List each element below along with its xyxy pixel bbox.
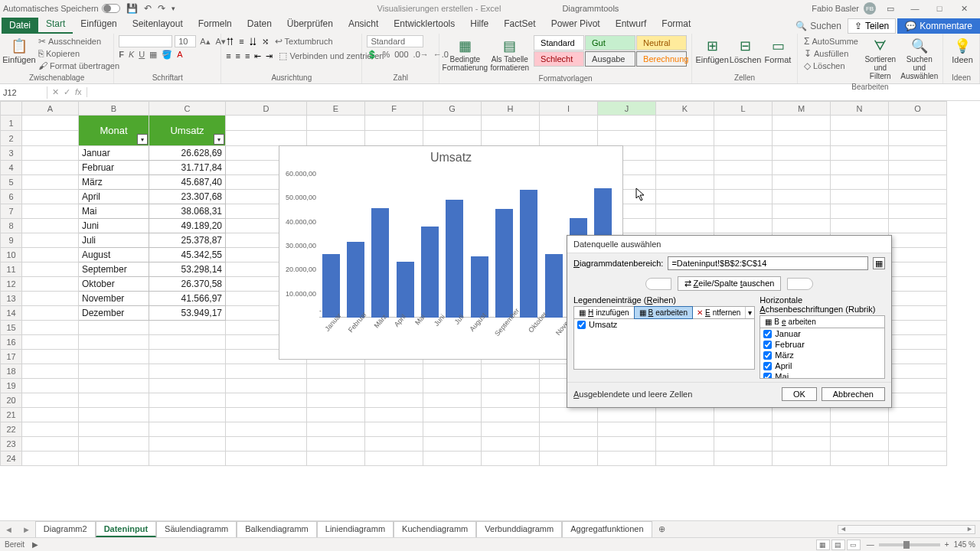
filter-dropdown-icon[interactable]: ▾	[214, 134, 224, 145]
cell[interactable]	[423, 408, 482, 422]
cell[interactable]	[365, 131, 423, 146]
cell[interactable]	[656, 146, 714, 161]
cell[interactable]	[714, 452, 773, 466]
conditional-formatting-button[interactable]: ▦Bedingte Formatierung	[444, 35, 486, 73]
cell[interactable]	[307, 379, 365, 393]
fill-color-icon[interactable]: 🪣	[162, 50, 172, 60]
percent-icon[interactable]: %	[382, 50, 390, 60]
filter-dropdown-icon[interactable]: ▾	[137, 134, 148, 145]
cell[interactable]	[365, 452, 423, 466]
cell[interactable]	[307, 422, 365, 437]
cell[interactable]	[831, 131, 889, 146]
add-sheet-button[interactable]: ⊕	[652, 524, 671, 534]
cell[interactable]	[149, 393, 226, 408]
switch-row-column-button[interactable]: ⇄ Zeile/Spalte tauschen	[678, 276, 782, 291]
cell[interactable]	[656, 204, 714, 219]
worksheet-grid[interactable]: ABCDEFGHIJKLMNO 1Monat▾Umsatz▾23Januar26…	[0, 101, 980, 520]
cell[interactable]	[773, 204, 831, 219]
cell[interactable]	[226, 116, 307, 131]
qat-dropdown-icon[interactable]: ▾	[172, 5, 175, 12]
cell[interactable]	[714, 116, 773, 131]
cell[interactable]	[482, 116, 540, 131]
remove-series-button[interactable]: ✕Entfernen	[692, 307, 746, 318]
cell[interactable]	[889, 204, 947, 219]
cell[interactable]	[773, 408, 831, 422]
cell[interactable]	[79, 335, 149, 350]
category-item[interactable]: Februar	[760, 339, 884, 350]
format-cells-button[interactable]: ▭Format	[763, 35, 792, 66]
cell[interactable]	[365, 393, 423, 408]
clear-button[interactable]: ◇Löschen	[802, 60, 860, 72]
row-header[interactable]: 14	[1, 306, 22, 321]
cell[interactable]	[714, 437, 773, 452]
cell[interactable]	[226, 379, 307, 393]
column-header-N[interactable]: N	[831, 102, 889, 116]
tab-formeln[interactable]: Formeln	[191, 16, 240, 34]
cell[interactable]	[598, 452, 656, 466]
cell[interactable]	[365, 379, 423, 393]
cell[interactable]	[482, 408, 540, 422]
cell[interactable]: 31.717,84	[149, 161, 226, 175]
cell[interactable]	[423, 131, 482, 146]
name-box[interactable]: J12	[0, 86, 47, 99]
cell[interactable]	[714, 146, 773, 161]
enter-formula-icon[interactable]: ✓	[64, 87, 70, 97]
row-header[interactable]: 7	[1, 204, 22, 219]
cell[interactable]	[365, 408, 423, 422]
cell[interactable]: Februar	[79, 161, 149, 175]
sheet-nav-prev-icon[interactable]: ◄	[0, 525, 18, 534]
cell[interactable]: März	[79, 175, 149, 190]
sort-filter-button[interactable]: ᗊSortieren und Filtern	[863, 35, 898, 82]
cell[interactable]	[889, 233, 947, 248]
cell[interactable]	[714, 408, 773, 422]
cell[interactable]	[889, 146, 947, 161]
chart-data-range-input[interactable]	[668, 256, 868, 270]
cell[interactable]	[79, 350, 149, 364]
cell[interactable]	[714, 219, 773, 233]
cell[interactable]	[423, 422, 482, 437]
cell[interactable]	[307, 131, 365, 146]
cell[interactable]	[889, 335, 947, 350]
cell[interactable]	[22, 219, 79, 233]
cell[interactable]: 26.370,58	[149, 277, 226, 292]
cell[interactable]: Umsatz▾	[149, 116, 226, 146]
minimize-icon[interactable]: —	[905, 4, 925, 13]
style-berechnung[interactable]: Berechnung	[636, 51, 687, 67]
autosum-button[interactable]: ΣAutoSumme	[802, 35, 860, 47]
italic-icon[interactable]: K	[129, 50, 134, 60]
column-header-A[interactable]: A	[22, 102, 79, 116]
underline-icon[interactable]: U	[139, 50, 145, 60]
autosave-toggle[interactable]: Automatisches Speichern	[3, 4, 120, 13]
cell[interactable]	[714, 190, 773, 204]
series-item[interactable]: Umsatz	[574, 319, 754, 330]
cell[interactable]	[22, 116, 79, 131]
column-header-M[interactable]: M	[773, 102, 831, 116]
row-header[interactable]: 13	[1, 292, 22, 306]
cell[interactable]	[889, 364, 947, 379]
cell[interactable]	[656, 116, 714, 131]
cut-button[interactable]: ✂Ausschneiden	[37, 35, 121, 47]
category-checkbox[interactable]	[763, 341, 772, 349]
row-header[interactable]: 18	[1, 364, 22, 379]
cell[interactable]	[149, 335, 226, 350]
comma-icon[interactable]: 000	[394, 50, 408, 60]
macro-record-icon[interactable]: ▶	[32, 540, 38, 549]
category-checkbox[interactable]	[763, 362, 772, 370]
cell[interactable]: Mai	[79, 204, 149, 219]
cell[interactable]	[714, 204, 773, 219]
style-gut[interactable]: Gut	[585, 35, 635, 51]
cell[interactable]: 45.687,40	[149, 175, 226, 190]
row-header[interactable]: 6	[1, 190, 22, 204]
chart-bar[interactable]	[520, 190, 537, 318]
close-icon[interactable]: ✕	[954, 4, 974, 14]
sheet-tab-säulendiagramm[interactable]: Säulendiagramm	[156, 521, 237, 537]
cell[interactable]	[831, 161, 889, 175]
sheet-tab-dateninput[interactable]: Dateninput	[96, 521, 156, 537]
cell[interactable]	[482, 379, 540, 393]
cell[interactable]	[889, 175, 947, 190]
cell[interactable]	[540, 437, 598, 452]
cell[interactable]	[889, 131, 947, 146]
style-neutral[interactable]: Neutral	[636, 35, 687, 51]
cell[interactable]	[656, 452, 714, 466]
cell[interactable]	[79, 379, 149, 393]
